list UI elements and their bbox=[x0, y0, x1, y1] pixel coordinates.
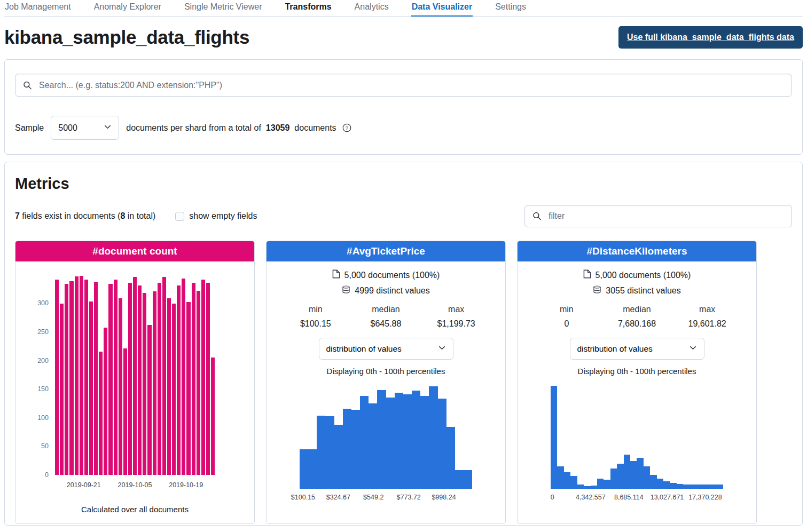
chart-caption: Calculated over all documents bbox=[15, 501, 254, 523]
median-value: 7,680.168 bbox=[602, 319, 672, 329]
sample-size-row: Sample 5000 documents per shard from a t… bbox=[15, 116, 792, 140]
percentiles-text: Displaying 0th - 100th percentiles bbox=[267, 367, 505, 376]
max-label: max bbox=[672, 305, 742, 314]
page-title: kibana_sample_data_flights bbox=[4, 27, 249, 48]
x-axis-labels: 2019-09-212019-10-052019-10-19 bbox=[55, 477, 215, 493]
x-axis-labels: $100.15$324.67$549.2$773.72$998.24 bbox=[300, 491, 472, 504]
fields-row: 7 fields exist in documents (8 in total)… bbox=[15, 205, 792, 227]
tab-data-visualizer[interactable]: Data Visualizer bbox=[411, 0, 473, 16]
metric-card-avg-ticket-price: #AvgTicketPrice 5,000 documents (100%) 4… bbox=[266, 241, 506, 524]
metrics-section-title: Metrics bbox=[15, 175, 792, 193]
distinct-values-text: 4999 distinct values bbox=[355, 286, 430, 296]
tab-settings[interactable]: Settings bbox=[495, 0, 527, 16]
database-icon bbox=[342, 285, 350, 296]
chevron-down-icon bbox=[104, 123, 112, 133]
max-value: 19,601.82 bbox=[672, 319, 742, 329]
chart-plot-area: 2019-09-212019-10-052019-10-19 bbox=[55, 269, 215, 493]
show-empty-fields-label: show empty fields bbox=[189, 211, 257, 221]
distance-kilometers-histogram bbox=[551, 382, 723, 489]
filter-input[interactable] bbox=[524, 205, 792, 227]
fields-total: 8 bbox=[120, 211, 125, 220]
card-title-distance-kilometers: #DistanceKilometers bbox=[518, 241, 756, 261]
chevron-down-icon bbox=[438, 344, 446, 354]
distinct-values-text: 3055 distinct values bbox=[606, 286, 681, 296]
database-icon bbox=[593, 285, 601, 296]
top-tabs: Job Management Anomaly Explorer Single M… bbox=[4, 0, 803, 17]
max-label: max bbox=[421, 305, 491, 314]
distribution-select[interactable]: distribution of values bbox=[319, 338, 453, 360]
sample-label: Sample bbox=[15, 123, 44, 133]
chevron-down-icon bbox=[689, 344, 697, 354]
distinct-values-stat: 3055 distinct values bbox=[518, 285, 756, 296]
y-axis-labels: 050100150200250300 bbox=[25, 269, 55, 475]
min-median-max: min$100.15 median$645.88 max$1,199.73 bbox=[280, 305, 491, 329]
documents-stat-text: 5,000 documents (100%) bbox=[344, 271, 440, 280]
filter-search-icon bbox=[532, 212, 542, 221]
percentiles-text: Displaying 0th - 100th percentiles bbox=[518, 367, 756, 376]
document-count-bars bbox=[55, 269, 215, 475]
filter-field bbox=[524, 205, 792, 227]
x-axis-labels: 04,342.5578,685.11413,027.67117,370.228 bbox=[551, 491, 723, 504]
sample-text-end: documents bbox=[294, 123, 336, 133]
metric-card-distance-kilometers: #DistanceKilometers 5,000 documents (100… bbox=[517, 241, 757, 524]
document-icon bbox=[583, 269, 591, 281]
tab-analytics[interactable]: Analytics bbox=[354, 0, 389, 16]
distribution-select-value: distribution of values bbox=[577, 344, 653, 354]
fields-summary: 7 fields exist in documents (8 in total) bbox=[15, 211, 155, 221]
distinct-values-stat: 4999 distinct values bbox=[267, 285, 505, 296]
document-count-chart: 050100150200250300 2019-09-212019-10-052… bbox=[15, 261, 254, 493]
metrics-panel: Metrics 7 fields exist in documents (8 i… bbox=[4, 162, 803, 526]
median-label: median bbox=[351, 305, 421, 314]
min-value: $100.15 bbox=[280, 319, 351, 329]
search-panel: Sample 5000 documents per shard from a t… bbox=[4, 59, 803, 155]
card-title-document-count: #document count bbox=[15, 241, 254, 261]
search-input[interactable] bbox=[15, 74, 792, 97]
card-title-avg-ticket-price: #AvgTicketPrice bbox=[267, 241, 505, 261]
avg-ticket-price-histogram bbox=[300, 382, 472, 489]
total-documents-count: 13059 bbox=[266, 123, 290, 133]
data-visualizer-page: Job Management Anomaly Explorer Single M… bbox=[0, 0, 807, 526]
sample-size-value: 5000 bbox=[58, 123, 77, 133]
fields-text: fields exist in documents ( bbox=[20, 211, 121, 220]
help-icon[interactable]: ? bbox=[342, 123, 351, 132]
use-full-data-button[interactable]: Use full kibana_sample_data_flights data bbox=[618, 26, 803, 49]
sample-size-select[interactable]: 5000 bbox=[51, 116, 119, 140]
min-median-max: min0 median7,680.168 max19,601.82 bbox=[531, 305, 742, 329]
documents-stat-text: 5,000 documents (100%) bbox=[596, 271, 691, 280]
metric-cards: #document count 050100150200250300 2019-… bbox=[15, 241, 792, 524]
tab-single-metric-viewer[interactable]: Single Metric Viewer bbox=[184, 0, 263, 16]
min-label: min bbox=[280, 305, 351, 314]
median-label: median bbox=[602, 305, 672, 314]
fields-text-end: in total) bbox=[125, 211, 155, 220]
metric-card-document-count: #document count 050100150200250300 2019-… bbox=[15, 241, 255, 524]
page-header: kibana_sample_data_flights Use full kiba… bbox=[4, 17, 803, 59]
median-value: $645.88 bbox=[351, 319, 421, 329]
show-empty-fields-checkbox[interactable] bbox=[175, 212, 184, 221]
svg-text:?: ? bbox=[345, 125, 348, 131]
max-value: $1,199.73 bbox=[421, 319, 491, 329]
search-icon bbox=[23, 81, 32, 90]
show-empty-fields-toggle[interactable]: show empty fields bbox=[175, 211, 257, 221]
sample-text: documents per shard from a total of bbox=[126, 123, 261, 133]
distribution-select[interactable]: distribution of values bbox=[570, 338, 704, 360]
min-label: min bbox=[531, 305, 602, 314]
documents-stat: 5,000 documents (100%) bbox=[267, 269, 505, 281]
distribution-select-value: distribution of values bbox=[326, 344, 402, 354]
tab-job-management[interactable]: Job Management bbox=[4, 0, 72, 16]
tab-anomaly-explorer[interactable]: Anomaly Explorer bbox=[93, 0, 162, 16]
tab-transforms[interactable]: Transforms bbox=[284, 0, 332, 16]
document-icon bbox=[332, 269, 340, 281]
documents-stat: 5,000 documents (100%) bbox=[518, 269, 756, 281]
min-value: 0 bbox=[531, 319, 602, 329]
fields-count: 7 bbox=[15, 211, 20, 220]
